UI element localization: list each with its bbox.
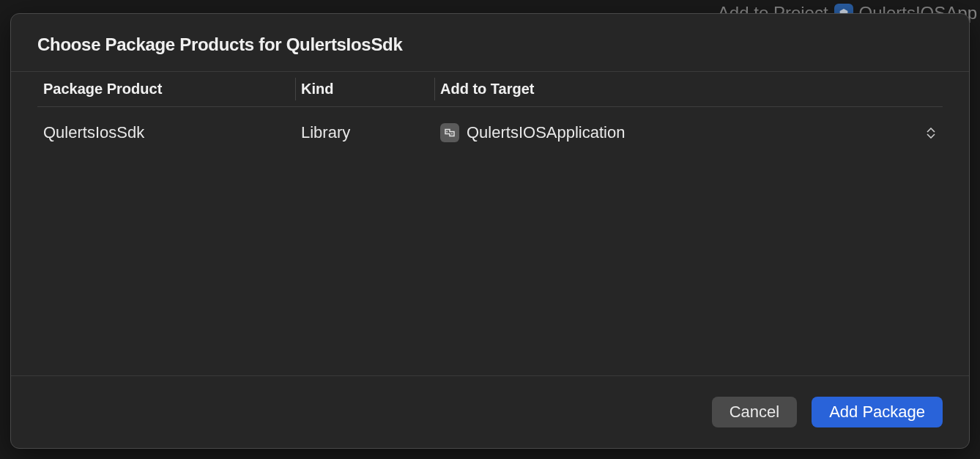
column-header-target[interactable]: Add to Target	[440, 81, 943, 98]
table-header: Package Product Kind Add to Target	[37, 72, 943, 107]
add-package-button[interactable]: Add Package	[812, 397, 943, 427]
cancel-button[interactable]: Cancel	[712, 397, 797, 427]
chevron-up-down-icon	[927, 128, 935, 139]
column-header-product[interactable]: Package Product	[37, 81, 301, 98]
product-name: QulertsIosSdk	[37, 123, 301, 142]
dialog-body: Package Product Kind Add to Target Quler…	[11, 72, 969, 375]
table-row: QulertsIosSdk Library QulertsIOSApplicat…	[37, 107, 943, 158]
target-label: QulertsIOSApplication	[467, 123, 919, 142]
dialog-footer: Cancel Add Package	[11, 375, 969, 448]
dialog-header: Choose Package Products for QulertsIosSd…	[11, 14, 969, 72]
column-header-kind[interactable]: Kind	[301, 81, 440, 98]
target-select[interactable]: QulertsIOSApplication	[440, 123, 943, 142]
svg-point-0	[446, 131, 448, 133]
product-kind: Library	[301, 123, 440, 142]
app-target-icon	[440, 123, 459, 142]
package-products-dialog: Choose Package Products for QulertsIosSd…	[10, 13, 970, 449]
svg-point-1	[451, 133, 453, 135]
products-table: Package Product Kind Add to Target Quler…	[37, 72, 943, 158]
dialog-title: Choose Package Products for QulertsIosSd…	[37, 34, 943, 55]
